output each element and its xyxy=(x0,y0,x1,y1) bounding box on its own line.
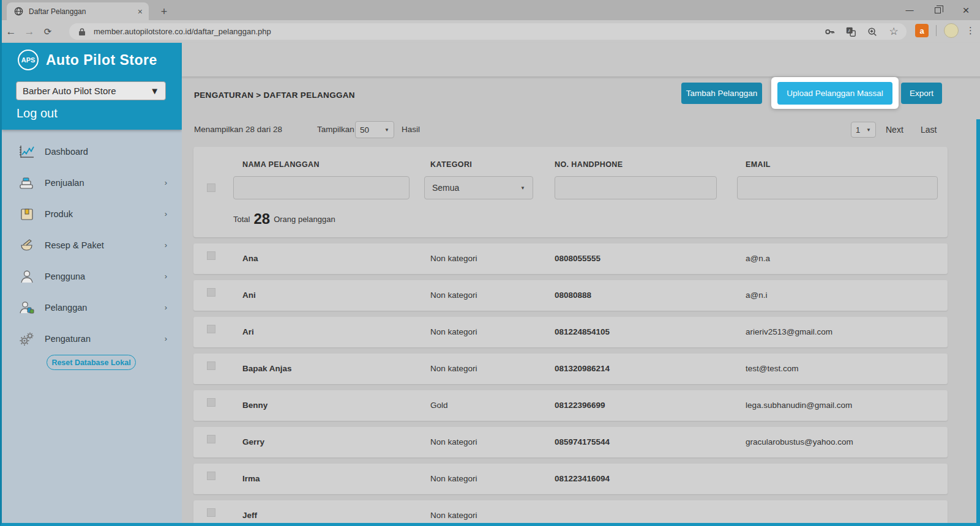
cell-name: Ari xyxy=(242,327,254,336)
tab-title: Daftar Pelanggan xyxy=(29,7,133,16)
total-line: Total 28 Orang pelanggan xyxy=(233,210,335,228)
minimize-button[interactable]: — xyxy=(896,0,924,20)
row-checkbox[interactable] xyxy=(207,288,215,297)
cell-kategori: Non kategori xyxy=(430,511,477,520)
customer-row[interactable]: Bapak Anjas Non kategori 081320986214 te… xyxy=(193,354,948,384)
export-button[interactable]: Export xyxy=(901,83,942,104)
select-all-checkbox[interactable] xyxy=(207,183,215,192)
cell-phone: 08080888 xyxy=(555,291,591,300)
header-kategori: KATEGORI xyxy=(430,160,472,169)
last-page-link[interactable]: Last xyxy=(921,125,937,135)
sidebar-item-label: Resep & Paket xyxy=(45,240,104,250)
header-nama-pelanggan: NAMA PELANGGAN xyxy=(242,160,320,169)
sidebar-header: APS Auto Pilot Store Barber Auto Pilot S… xyxy=(2,43,182,130)
bookmark-star-icon[interactable]: ☆ xyxy=(888,26,899,37)
upload-pelanggan-massal-button[interactable]: Upload Pelanggan Massal xyxy=(777,82,892,105)
cell-name: Irma xyxy=(242,474,260,483)
translate-icon[interactable]: A xyxy=(845,26,856,37)
aps-logo-icon: APS xyxy=(18,50,39,70)
cell-name: Bapak Anjas xyxy=(242,364,292,373)
page-topbar xyxy=(182,43,980,76)
brand-name: Auto Pilot Store xyxy=(46,52,157,69)
gears-icon xyxy=(18,330,36,347)
cell-email: test@test.com xyxy=(746,364,798,373)
customer-row[interactable]: Ana Non kategori 0808055555 a@n.a xyxy=(193,243,948,274)
cell-phone: 081224854105 xyxy=(555,327,610,336)
close-button[interactable]: × xyxy=(952,0,980,20)
lock-icon xyxy=(77,26,88,37)
sidebar-item-dashboard[interactable]: Dashboard xyxy=(2,136,182,167)
customer-row[interactable]: Ani Non kategori 08080888 a@n.i xyxy=(193,280,948,311)
tab-close-icon[interactable]: × xyxy=(138,7,143,17)
row-checkbox[interactable] xyxy=(207,251,215,260)
forward-icon[interactable]: → xyxy=(20,26,39,38)
browser-menu-icon[interactable]: ⋮ xyxy=(966,29,975,32)
row-checkbox[interactable] xyxy=(207,325,215,333)
window-controls: — × xyxy=(896,0,980,20)
chevron-right-icon: › xyxy=(165,272,167,281)
row-checkbox[interactable] xyxy=(207,472,215,480)
page-number-value: 1 xyxy=(856,125,860,135)
back-icon[interactable]: ← xyxy=(2,26,20,38)
filter-kategori-select[interactable]: Semua ▼ xyxy=(424,176,533,199)
address-bar[interactable]: member.autopilotstore.co.id/daftar_pelan… xyxy=(69,23,907,40)
header-no-handphone: NO. HANDPHONE xyxy=(555,160,623,169)
cell-name: Gerry xyxy=(242,437,264,446)
filter-phone-input[interactable] xyxy=(555,176,717,199)
page-number-select[interactable]: 1 ▼ xyxy=(851,122,876,138)
row-checkbox[interactable] xyxy=(207,508,215,517)
browser-window: Daftar Pelanggan × + — × ← → ⟳ member.au… xyxy=(0,0,980,526)
register-icon xyxy=(18,174,36,191)
browser-tab[interactable]: Daftar Pelanggan × xyxy=(7,2,149,20)
sidebar-item-pelanggan[interactable]: Pelanggan › xyxy=(2,292,182,323)
customer-row[interactable]: Ari Non kategori 081224854105 arieriv251… xyxy=(193,317,948,347)
sidebar-item-penjualan[interactable]: Penjualan › xyxy=(2,167,182,198)
page-scrollbar[interactable] xyxy=(976,119,980,526)
password-key-icon[interactable] xyxy=(824,26,835,37)
customer-row[interactable]: Irma Non kategori 081223416094 xyxy=(193,464,948,494)
reload-icon[interactable]: ⟳ xyxy=(39,26,57,37)
sidebar-item-pengaturan[interactable]: Pengaturan › xyxy=(2,323,182,354)
row-checkbox[interactable] xyxy=(207,361,215,370)
sidebar-item-produk[interactable]: Produk › xyxy=(2,198,182,229)
next-page-link[interactable]: Next xyxy=(886,125,903,135)
cell-kategori: Gold xyxy=(430,401,448,410)
row-checkbox[interactable] xyxy=(207,435,215,443)
sidebar-item-resep[interactable]: Resep & Paket › xyxy=(2,229,182,261)
sidebar-item-label: Pengaturan xyxy=(45,334,91,344)
logout-link[interactable]: Log out xyxy=(17,106,58,120)
customer-row[interactable]: Jeff Non kategori xyxy=(193,500,948,526)
reset-database-button[interactable]: Reset Database Lokal xyxy=(47,355,136,370)
new-tab-button[interactable]: + xyxy=(157,5,171,20)
url-text[interactable]: member.autopilotstore.co.id/daftar_pelan… xyxy=(94,27,818,36)
page-size-value: 50 xyxy=(360,125,369,135)
cell-kategori: Non kategori xyxy=(430,254,477,263)
cell-email: arieriv2513@gmail.com xyxy=(746,327,832,336)
hasil-label: Hasil xyxy=(402,125,420,134)
sidebar-menu: Dashboard Penjualan › Produk › xyxy=(2,136,182,354)
tambah-pelanggan-button[interactable]: Tambah Pelanggan xyxy=(681,83,762,104)
row-checkbox[interactable] xyxy=(207,398,215,407)
brand: APS Auto Pilot Store xyxy=(18,50,157,70)
profile-avatar[interactable] xyxy=(944,23,959,38)
page-size-select[interactable]: 50 ▼ xyxy=(355,121,394,138)
filter-email-input[interactable] xyxy=(737,176,938,199)
customer-row[interactable]: Gerry Non kategori 085974175544 gracular… xyxy=(193,427,948,457)
sidebar-item-pengguna[interactable]: Pengguna › xyxy=(2,261,182,292)
tampilkan-label: Tampilkan xyxy=(317,125,354,134)
extension-icon[interactable]: a xyxy=(915,24,929,37)
zoom-icon[interactable] xyxy=(867,26,878,37)
sidebar-item-label: Produk xyxy=(45,209,73,219)
sidebar-item-label: Pelanggan xyxy=(45,303,87,313)
customer-row[interactable]: Benny Gold 08122396699 lega.subhanudin@g… xyxy=(193,390,948,421)
store-select[interactable]: Barber Auto Pilot Store ▼ xyxy=(16,81,166,100)
filter-name-input[interactable] xyxy=(233,176,410,199)
total-count: 28 xyxy=(253,210,270,228)
cell-email: a@n.a xyxy=(746,254,770,263)
cell-kategori: Non kategori xyxy=(430,327,477,336)
list-meta-row: Menampilkan 28 dari 28 Tampilkan 50 ▼ Ha… xyxy=(182,121,980,139)
restore-button[interactable] xyxy=(924,0,952,20)
cell-name: Jeff xyxy=(242,511,257,520)
cell-kategori: Non kategori xyxy=(430,364,477,373)
cell-kategori: Non kategori xyxy=(430,437,477,446)
